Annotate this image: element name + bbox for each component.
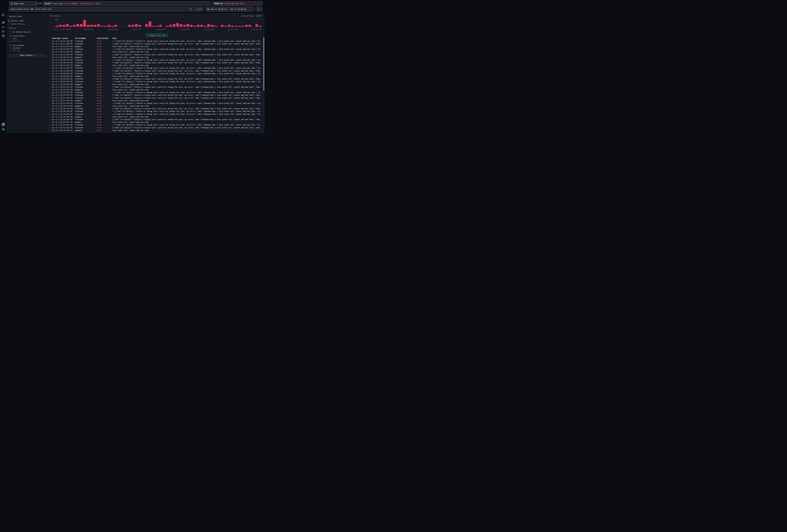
- run-query-button[interactable]: [256, 7, 262, 12]
- laptop-icon[interactable]: [2, 30, 5, 33]
- table-row[interactable]: ›Jun 11 1:56:03.248 PMpaymenterrorVisa c…: [49, 83, 264, 86]
- time-range-picker[interactable]: Jun 11 13:41:52 - Jun 11 13:56:52: [206, 7, 254, 12]
- denoise-checkbox[interactable]: [9, 31, 11, 33]
- row-expand-chevron-icon[interactable]: ›: [49, 78, 51, 80]
- row-expand-chevron-icon[interactable]: ›: [49, 113, 51, 115]
- table-row[interactable]: ›Jun 11 1:56:42.995 PMpaymenterrorVisa c…: [49, 50, 264, 53]
- load-more-servicename[interactable]: Load more: [9, 50, 20, 51]
- row-expand-chevron-icon[interactable]: ›: [49, 121, 51, 123]
- row-expand-chevron-icon[interactable]: ›: [49, 76, 51, 77]
- filter-checkbox-checkout[interactable]: [9, 47, 11, 49]
- table-row[interactable]: ›Jun 11 1:55:51.454 PMfrontenderror× {"c…: [49, 102, 264, 105]
- row-expand-chevron-icon[interactable]: ›: [49, 43, 51, 45]
- row-expand-chevron-icon[interactable]: ›: [49, 57, 51, 58]
- scrollbar-thumb[interactable]: [263, 37, 264, 91]
- row-expand-chevron-icon[interactable]: ›: [49, 127, 51, 128]
- table-row[interactable]: ›Jun 11 1:55:39.330 PMfrontenderror{"cod…: [49, 107, 264, 110]
- column-resize-handle[interactable]: [110, 37, 111, 39]
- row-expand-chevron-icon[interactable]: ›: [49, 86, 51, 88]
- table-row[interactable]: ›Jun 11 1:56:03.252 PMfrontenderror{"cod…: [49, 86, 264, 88]
- row-expand-chevron-icon[interactable]: ›: [49, 97, 51, 99]
- dashboard-icon[interactable]: [2, 34, 5, 37]
- user-avatar[interactable]: U: [1, 127, 5, 131]
- column-resize-handle[interactable]: [73, 37, 74, 39]
- lucene-mode-button[interactable]: Lucene: [196, 8, 202, 10]
- table-row[interactable]: ›Jun 11 1:55:39.324 PMpaymenterrorVisa c…: [49, 105, 264, 107]
- row-expand-chevron-icon[interactable]: ›: [49, 116, 51, 118]
- row-expand-chevron-icon[interactable]: ›: [49, 119, 51, 120]
- filter-checkbox-info[interactable]: [9, 38, 11, 40]
- row-expand-chevron-icon[interactable]: ›: [49, 73, 51, 74]
- table-row[interactable]: ›Jun 11 1:56:32.843 PMpaymenterrorVisa c…: [49, 64, 264, 67]
- row-expand-chevron-icon[interactable]: ›: [49, 62, 51, 63]
- table-row[interactable]: ›Jun 11 1:54:52.241 PMpaymenterrorVisa c…: [49, 129, 264, 132]
- table-row[interactable]: ›Jun 11 1:56:38.534 PMpaymenterrorVisa c…: [49, 56, 264, 59]
- table-row[interactable]: ›Jun 11 1:55:07.835 PMfrontenderror{"cod…: [49, 126, 264, 129]
- row-expand-chevron-icon[interactable]: ›: [49, 54, 51, 56]
- row-expand-chevron-icon[interactable]: ›: [49, 51, 51, 52]
- more-filters-button[interactable]: More filters: [8, 54, 47, 57]
- col-header-body[interactable]: Body: [112, 37, 262, 39]
- table-row[interactable]: ›Jun 11 1:55:16.300 PMfrontenderror{"cod…: [49, 118, 264, 121]
- line-chart-icon[interactable]: [2, 25, 5, 28]
- column-resize-handle[interactable]: [95, 37, 96, 39]
- row-expand-chevron-icon[interactable]: ›: [49, 108, 51, 109]
- table-row[interactable]: ›Jun 11 1:56:08.955 PMfrontenderror{"cod…: [49, 78, 264, 80]
- table-row[interactable]: ›Jun 11 1:55:07.841 PMfrontenderror× {"c…: [49, 124, 264, 126]
- row-expand-chevron-icon[interactable]: ›: [49, 84, 51, 85]
- row-expand-chevron-icon[interactable]: ›: [49, 103, 51, 104]
- table-row[interactable]: ›Jun 11 1:55:59.760 PMpaymenterrorVisa c…: [49, 88, 264, 91]
- row-expand-chevron-icon[interactable]: ›: [49, 70, 51, 71]
- tab-results-table[interactable]: Results Table: [11, 20, 24, 22]
- filter-group-title[interactable]: SeverityText: [13, 35, 25, 37]
- row-expand-chevron-icon[interactable]: ›: [49, 40, 51, 42]
- col-header-servicename[interactable]: ServiceName: [75, 37, 97, 39]
- table-row[interactable]: ›Jun 11 1:55:59.765 PMfrontenderror{"cod…: [49, 94, 264, 97]
- table-row[interactable]: ›Jun 11 1:56:42.999 PMfrontenderror{"cod…: [49, 53, 264, 56]
- logs-feed-icon[interactable]: [2, 21, 5, 24]
- search-query-input[interactable]: SeverityText:error AND "Visa cache full"…: [9, 7, 204, 12]
- select-clause-input[interactable]: SELECT Timestamp, ServiceName, SeverityT…: [42, 1, 211, 6]
- row-expand-chevron-icon[interactable]: ›: [49, 124, 51, 126]
- row-expand-chevron-icon[interactable]: ›: [49, 100, 51, 101]
- load-more-severitytext[interactable]: Load more: [9, 40, 20, 42]
- table-row[interactable]: ›Jun 11 1:56:38.540 PMfrontenderror{"cod…: [49, 61, 264, 64]
- filter-group-title[interactable]: ServiceName: [13, 44, 24, 46]
- row-expand-chevron-icon[interactable]: ›: [49, 59, 51, 61]
- order-by-input[interactable]: ORDER BY TimestampTime DESC: [212, 1, 262, 6]
- table-row[interactable]: ›Jun 11 1:56:51.975 PMpaymenterrorVisa c…: [49, 45, 264, 48]
- row-expand-chevron-icon[interactable]: ›: [49, 65, 51, 66]
- table-row[interactable]: ›Jun 11 1:55:39.331 PMfrontenderror× {"c…: [49, 110, 264, 113]
- row-expand-chevron-icon[interactable]: ›: [49, 46, 51, 47]
- row-expand-chevron-icon[interactable]: ›: [49, 92, 51, 93]
- row-expand-chevron-icon[interactable]: ›: [49, 105, 51, 107]
- table-row[interactable]: ›Jun 11 1:55:59.767 PMfrontenderror× {"c…: [49, 91, 264, 94]
- source-selector[interactable]: Demo Logs: [9, 1, 38, 6]
- table-row[interactable]: ›Jun 11 1:55:07.827 PMpaymenterrorVisa c…: [49, 121, 264, 124]
- sql-mode-button[interactable]: SQL: [189, 8, 192, 10]
- row-expand-chevron-icon[interactable]: ›: [49, 110, 51, 112]
- table-row[interactable]: ›Jun 11 1:55:51.452 PMfrontenderror{"cod…: [49, 97, 264, 99]
- table-row[interactable]: ›Jun 11 1:56:43.001 PMfrontenderror× {"c…: [49, 48, 264, 50]
- table-row[interactable]: ›Jun 11 1:56:51.980 PMfrontenderror{"cod…: [49, 42, 264, 45]
- gear-icon[interactable]: [39, 2, 41, 5]
- tab-event-patterns[interactable]: Event Patterns: [11, 23, 25, 25]
- row-expand-chevron-icon[interactable]: ›: [49, 89, 51, 90]
- table-row[interactable]: ›Jun 11 1:56:03.254 PMfrontenderror× {"c…: [49, 80, 264, 83]
- resume-live-tail-button[interactable]: Resume Live Tail: [146, 34, 168, 37]
- col-header-timestamp[interactable]: Timestamp (Local): [51, 37, 75, 39]
- table-row[interactable]: ›Jun 11 1:56:32.848 PMfrontenderror{"cod…: [49, 69, 264, 72]
- table-row[interactable]: ›Jun 11 1:55:16.302 PMfrontenderror× {"c…: [49, 113, 264, 115]
- table-row[interactable]: ›Jun 11 1:56:51.982 PMfrontenderror× {"c…: [49, 40, 264, 42]
- row-expand-chevron-icon[interactable]: ›: [49, 67, 51, 69]
- help-button[interactable]: ?: [1, 123, 5, 126]
- table-row[interactable]: ›Jun 11 1:56:08.956 PMfrontenderror× {"c…: [49, 72, 264, 75]
- table-row[interactable]: ›Jun 11 1:55:51.448 PMpaymenterrorVisa c…: [49, 99, 264, 102]
- col-header-severitytext[interactable]: SeverityText: [97, 37, 112, 39]
- row-expand-chevron-icon[interactable]: ›: [49, 130, 51, 131]
- table-row[interactable]: ›Jun 11 1:56:32.849 PMfrontenderror× {"c…: [49, 67, 264, 69]
- table-row[interactable]: ›Jun 11 1:55:16.296 PMpaymenterrorVisa c…: [49, 115, 264, 118]
- row-expand-chevron-icon[interactable]: ›: [49, 48, 51, 50]
- panel-left-icon[interactable]: [2, 14, 5, 16]
- table-row[interactable]: ›Jun 11 1:56:38.542 PMfrontenderror× {"c…: [49, 59, 264, 61]
